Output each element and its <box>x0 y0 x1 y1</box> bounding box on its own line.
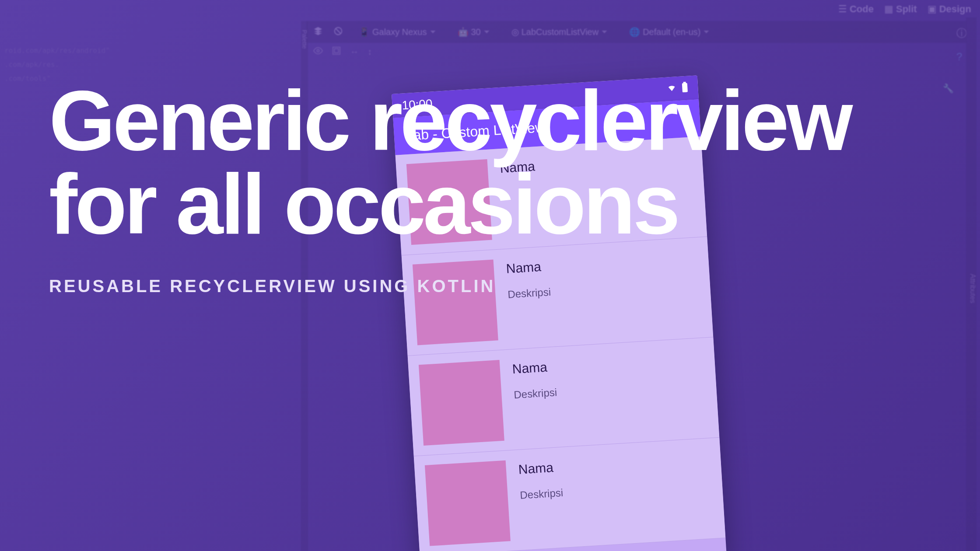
wrench-icon[interactable]: 🔧 <box>943 83 954 94</box>
design-toolbar: 📱 Galaxy Nexus 🤖 30 ◎ LabCustomListView … <box>306 21 967 43</box>
eye-icon[interactable] <box>313 46 323 58</box>
zoom-icon[interactable]: ↕ <box>368 47 372 57</box>
list-item[interactable]: Nama Deskripsi <box>414 438 726 551</box>
item-name: Nama <box>518 460 562 477</box>
orientation-icon[interactable] <box>333 26 343 38</box>
svg-rect-2 <box>333 47 340 54</box>
item-desc: Deskripsi <box>520 487 564 502</box>
item-name: Nama <box>512 359 556 377</box>
api-selector[interactable]: 🤖 30 <box>452 25 496 39</box>
hero-title: Generic recyclerview for all occasions <box>49 79 880 246</box>
ide-view-tabs: ☰ Code ▦ Split ▣ Design <box>838 3 971 15</box>
toolbar-right-icons: ⓘ ? <box>956 26 967 63</box>
warnings-icon[interactable]: ⓘ <box>956 26 967 40</box>
device-selector[interactable]: 📱 Galaxy Nexus <box>354 25 442 39</box>
hero-text: Generic recyclerview for all occasions R… <box>49 79 880 296</box>
app-selector[interactable]: ◎ LabCustomListView <box>506 25 613 39</box>
pan-icon[interactable]: ↔ <box>350 47 359 57</box>
list-item[interactable]: Nama Deskripsi <box>408 337 720 456</box>
item-thumbnail <box>425 460 511 546</box>
blueprint-icon[interactable] <box>332 46 341 58</box>
svg-point-1 <box>317 49 319 52</box>
help-icon[interactable]: ? <box>956 51 967 63</box>
design-toolbar-2: ↔ ↕ <box>306 43 967 60</box>
layers-icon[interactable] <box>313 26 323 38</box>
right-rail-attributes[interactable]: Attributes <box>966 17 976 551</box>
tab-design[interactable]: ▣ Design <box>928 3 971 15</box>
tab-code[interactable]: ☰ Code <box>838 3 874 15</box>
item-thumbnail <box>419 360 504 446</box>
svg-rect-3 <box>334 49 338 52</box>
tab-split[interactable]: ▦ Split <box>884 3 917 15</box>
item-desc: Deskripsi <box>514 386 557 401</box>
hero-subtitle: Reusable Recyclerview using Kotlin <box>49 276 880 296</box>
locale-selector[interactable]: 🌐 Default (en-us) <box>624 25 715 39</box>
